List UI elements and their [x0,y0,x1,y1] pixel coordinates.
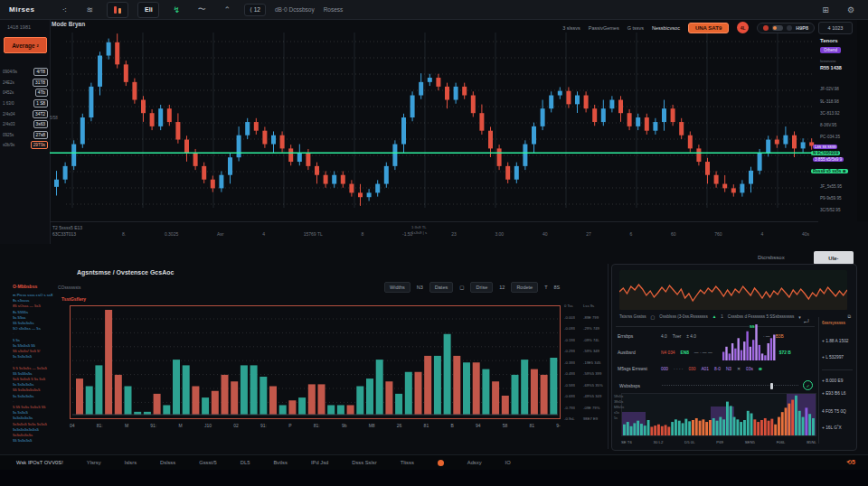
volume-toolbar-button[interactable]: Dates [429,282,453,293]
volume-toolbar-button[interactable]: N3 [417,285,423,290]
filter-icon[interactable]: ≋ [81,4,98,16]
panel-right-label: Csssbss d Fsssssss 5 SSsbsssssss [728,314,795,319]
watchlist-active-item[interactable]: Average 2 [4,37,47,53]
price-purple-tag[interactable]: 3 855 s5/5s9 9 [813,157,844,162]
slider-go-icon[interactable]: ✓ [803,380,813,390]
volume-toolbar-button[interactable]: 8S [554,285,561,290]
watchlist-item[interactable]: 24E2s31T8 [3,78,48,89]
volume-x-label: 9b [342,423,347,428]
volume-x-label: 81 [424,423,429,428]
status-item[interactable]: Tltsss [401,460,414,465]
volume-x-label: M [125,423,128,428]
volume-toolbar-button[interactable]: T [544,285,547,290]
watchlist-item[interactable]: 0925s27s8 [3,130,48,141]
rightcol-value-2: + L 532997 [822,355,844,360]
mini-x-label: SEN5 [745,440,755,444]
candlestick-chart-canvas[interactable] [50,20,818,221]
watchlist-item-label: 2/4s03 [3,122,15,126]
toggle-switch[interactable] [772,25,783,31]
timeline-tick: 6 [629,231,632,237]
primary-cta-button[interactable]: UNA SAT9 [688,23,729,33]
order-badge[interactable]: Orbend [820,47,841,53]
corner-resize-icon[interactable]: ⌐┘ [804,319,810,324]
status-item[interactable]: Bvtlss [273,460,287,465]
top-toolbar: Mirses ⁖ ≋ Eli ↯ 〜 ⌃ ⟨ 12 dB·0 Dcssbsoy … [0,0,868,20]
volume-axis2-label: -49%5 349 [583,394,603,398]
row3-p3: N3 [726,367,731,371]
toolbar-label-1[interactable]: dB·0 Dcssbsoy [275,6,315,13]
slider-track[interactable] [662,385,798,387]
chart-timeline[interactable]: T2 5ssss5 E13 63C33T013 1:3s9 TL 1s3s9 |… [50,221,818,244]
row2-label: Austbsrd [618,350,656,355]
indicator-text-icon[interactable]: Eli [137,2,159,18]
row3-label: M5sgs Errswst [618,366,656,371]
analytics-panel: Tstsrss Gsstss ▢ Ossblsss (3-0ss.Rssssss… [611,264,857,451]
slider-knob[interactable] [770,383,773,389]
volume-toolbar-button[interactable]: 12 [499,285,505,290]
mini-x-label: F06L [777,440,786,444]
volume-x-label: 81 [530,423,535,428]
volume-toolbar-button[interactable]: Rodete [511,282,538,293]
toolbar-label-2[interactable]: Rosess [324,6,344,13]
watchlist-item[interactable]: 1 63/01 S8 [3,98,48,109]
volume-toolbar-button[interactable]: Widths [384,282,410,293]
watchlist-item[interactable]: 0452s4Tb [3,88,48,98]
timeframe-pill[interactable]: ⟨ 12 [244,4,266,16]
status-item[interactable]: DL5 [241,460,250,465]
volume-bar-canvas[interactable] [71,306,560,418]
metric-row-austbsrd[interactable]: Austbsrd N4 034 EN8 — · — — $72 B [618,344,816,360]
status-item[interactable]: Dslsss [160,460,175,465]
chevron-up-icon[interactable]: ⌃ [219,4,235,16]
zoom-level-pill[interactable]: 4 1023 [818,22,853,34]
panel-toggle-label[interactable]: Tstsrss Gsstss [619,314,646,319]
volume-chart-frame[interactable] [70,305,561,419]
metric-row-errsbps[interactable]: Errsbps 4.0 Tver ± 4.0 · — B3B [618,328,816,344]
dots-icon[interactable]: ⁖ [56,4,72,16]
apps-grid-icon[interactable]: ⊞ [817,4,834,16]
trendline-icon[interactable]: 〜 [193,4,210,16]
status-item[interactable]: Gssst/5 [199,460,217,465]
status-item[interactable]: Dsss Sslsr [352,460,376,465]
settings-gear-icon[interactable]: ⚙ [843,4,859,16]
watchlist-item-label: 0904/9s [3,70,17,74]
status-item[interactable]: Islsrs [125,460,137,465]
row3-go-icon[interactable]: ⊕ [759,367,762,371]
status-item[interactable]: Wsk IPOsT OVV0S! [16,460,63,465]
price-tick-label: PC-034.35 [820,135,840,139]
status-item[interactable]: IPd Jsd [311,460,328,465]
chart-symbol-title: Mode Bryan [52,21,85,27]
volume-toolbar-button[interactable]: ▢ [459,285,464,290]
volume-axis-2: Lss 9s-89E 799-29% 749-09% 74L-59% 349-1… [583,304,603,421]
pulse-icon[interactable]: ↯ [168,4,184,16]
watchlist-item[interactable]: 2/4s0434T2 [3,108,48,119]
expand-icon[interactable]: ⧉ [847,313,851,320]
session-icon[interactable]: ⟲5 [846,459,855,466]
mini-histogram-box[interactable] [621,393,816,436]
price-green-tag[interactable]: N 9C5/9593/9 [811,151,840,155]
sparkline-box[interactable] [619,270,847,310]
panel-subheader: Tstsrss Gsstss ▢ Ossblsss (3-0ss.Rssssss… [619,313,851,320]
watchlist-item[interactable]: 2/4s033s63 [3,119,48,130]
watchlist-item[interactable]: s0b/9s29T9s [3,140,48,151]
row3-p2: 8-0 [714,367,721,371]
chevron-down-icon[interactable]: ▾ [798,314,801,320]
metric-row-m5sgs[interactable]: M5sgs Errswst 000 · · · · 030 A01 8-0 N3… [618,360,816,377]
watchlist-item[interactable]: 0904/9s4/T8 [3,67,48,78]
disclosure-button[interactable]: Ule· [814,251,854,265]
timeline-tick: 23 [451,231,457,237]
price-green-tag[interactable]: Rsss9 s5 ss5s ⊗ [811,169,848,173]
watchlist-item-value: 4/T8 [33,68,48,76]
price-purple-tag[interactable]: Lss ss ssss [813,145,837,149]
alert-badge[interactable]: 4L [737,22,749,33]
mode-toggle-pill[interactable]: H9P8 [757,23,815,33]
app-logo[interactable]: Mirses [9,5,34,14]
row3-x-icon[interactable]: ✕ [737,367,741,371]
square-icon[interactable]: ▢ [651,314,656,320]
volume-toolbar-button[interactable]: Drise [470,282,493,293]
watchlist-item-label: 0925s [3,133,14,137]
status-item[interactable]: Ylsrsy [87,460,101,465]
candlestick-tool-icon[interactable] [107,2,128,18]
status-item[interactable]: Adsxy [467,460,482,465]
log-list-header: O·Mbbsbss [13,284,56,289]
status-item[interactable]: IO [505,460,511,465]
